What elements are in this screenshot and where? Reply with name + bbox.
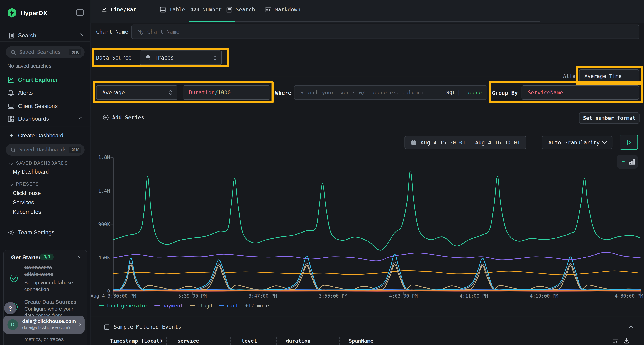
- team-settings-label: Team Settings: [18, 229, 54, 236]
- sample-events-header: Sample Matched Events: [104, 324, 181, 330]
- tab-table[interactable]: Table: [160, 6, 185, 13]
- legend-item[interactable]: cart: [219, 303, 238, 309]
- data-source-label: Data Source: [96, 54, 132, 61]
- field-expression-input[interactable]: Duration / 1000: [183, 85, 270, 100]
- set-number-format-button[interactable]: Set number format: [579, 112, 639, 123]
- legend-more-link[interactable]: +12 more: [245, 303, 269, 309]
- sample-events-title: Sample Matched Events: [114, 324, 181, 330]
- create-dashboard-label: Create Dashboard: [18, 132, 63, 138]
- column-header-service[interactable]: service: [178, 338, 199, 344]
- chart-legend: load-generatorpaymentflagdcart+12 more: [98, 303, 269, 309]
- sidebar-item-dashboards[interactable]: Dashboards: [0, 114, 90, 123]
- where-label: Where: [275, 90, 291, 96]
- sidebar-item-client-sessions[interactable]: Client Sessions: [0, 101, 90, 111]
- get-started-item-desc: metrics, or traces: [24, 336, 80, 343]
- chart-name-input[interactable]: [132, 25, 639, 39]
- shortcut-badge: ⌘K: [69, 49, 82, 55]
- group-by-value: ServiceName: [528, 89, 563, 96]
- legend-dash-icon: [219, 305, 224, 306]
- select-chevrons-icon: [168, 90, 173, 95]
- x-tick-label: 3:55:00 PM: [319, 293, 347, 299]
- collapse-sidebar-icon[interactable]: [76, 9, 84, 16]
- shortcut-badge: ⌘K: [69, 147, 82, 153]
- data-source-select[interactable]: Traces: [140, 50, 222, 65]
- series-series-orange: [114, 271, 641, 275]
- series-series-red: [114, 291, 641, 291]
- line-chart-icon: [101, 6, 107, 13]
- column-header-level[interactable]: level: [242, 338, 257, 344]
- divider: [0, 41, 90, 42]
- sql-mode-toggle[interactable]: SQL: [446, 89, 456, 96]
- legend-item[interactable]: flagd: [190, 303, 212, 309]
- column-header-spanname[interactable]: SpanName: [349, 338, 373, 344]
- group-by-input[interactable]: ServiceName: [522, 85, 639, 100]
- x-tick-label: 4:19:00 PM: [530, 293, 558, 299]
- get-started-item-title[interactable]: Connect to ClickHouse: [24, 264, 78, 278]
- timeseries-chart[interactable]: [92, 154, 644, 298]
- add-series-button[interactable]: Add Series: [103, 115, 144, 121]
- download-icon[interactable]: [624, 338, 630, 344]
- get-started-title: Get Started: [11, 254, 42, 261]
- column-resize-handle[interactable]: [339, 337, 340, 345]
- saved-dashboards-input[interactable]: Saved Dashboards ⌘K: [6, 144, 84, 156]
- sidebar-item-services[interactable]: Services: [13, 200, 34, 206]
- sidebar-item-alerts[interactable]: Alerts: [0, 88, 90, 98]
- where-input[interactable]: SQL | Lucene: [294, 85, 487, 100]
- aggregation-select[interactable]: Average: [96, 85, 178, 100]
- sidebar-chart-explorer-label: Chart Explorer: [18, 76, 58, 83]
- create-dashboard-button[interactable]: + Create Dashboard: [0, 130, 90, 140]
- chart-name-field[interactable]: [132, 29, 639, 35]
- x-tick-label: 3:47:00 PM: [248, 293, 277, 299]
- saved-searches-input[interactable]: Saved Searches ⌘K: [6, 46, 84, 58]
- tab-number[interactable]: 123 Number: [191, 6, 222, 13]
- operator-token: /: [215, 89, 218, 96]
- tab-underline-track: [189, 21, 540, 22]
- column-header-duration[interactable]: duration: [286, 338, 310, 344]
- list-box-icon: [226, 6, 232, 13]
- user-account-chip[interactable]: D dale@clickhouse.com dale@clickhouse.co…: [3, 316, 84, 334]
- saved-dashboards-placeholder: Saved Dashboards: [19, 147, 67, 153]
- presets-header[interactable]: PRESETS: [10, 181, 39, 186]
- sidebar-item-my-dashboard[interactable]: My Dashboard: [13, 169, 49, 175]
- date-range-button[interactable]: Aug 4 15:30:01 - Aug 4 16:30:01: [404, 136, 526, 149]
- run-query-button[interactable]: [620, 135, 638, 150]
- user-email: dale@clickhouse.com: [22, 319, 76, 324]
- sidebar-item-chart-explorer[interactable]: Chart Explorer: [0, 75, 90, 84]
- lucene-mode-toggle[interactable]: Lucene: [463, 89, 482, 96]
- no-saved-searches-text: No saved searches: [7, 63, 51, 69]
- legend-item[interactable]: payment: [154, 303, 183, 309]
- tab-markdown[interactable]: Markdown: [265, 6, 300, 13]
- saved-dashboards-header[interactable]: SAVED DASHBOARDS: [10, 161, 68, 166]
- magnifier-icon: [11, 49, 16, 55]
- gear-icon: [7, 229, 14, 236]
- chevron-up-icon[interactable]: [76, 256, 80, 260]
- chevron-right-icon: [77, 323, 81, 327]
- get-started-item-title[interactable]: Create Data Sources: [24, 298, 84, 305]
- y-tick-label: 450K: [90, 255, 110, 261]
- column-resize-handle[interactable]: [230, 337, 231, 345]
- column-resize-handle[interactable]: [166, 337, 167, 345]
- chart-type-tabbar: Line/Bar Table 123 Number Search Markdow…: [90, 0, 644, 22]
- sidebar-item-clickhouse[interactable]: ClickHouse: [13, 190, 41, 196]
- column-resize-handle[interactable]: [276, 337, 277, 345]
- divider: [0, 126, 90, 126]
- legend-dash-icon: [98, 305, 104, 306]
- series-load-generator: [114, 171, 641, 250]
- legend-label: cart: [227, 303, 238, 309]
- section-divider: [90, 316, 644, 317]
- sidebar-client-sessions-label: Client Sessions: [18, 103, 58, 109]
- alias-input[interactable]: Average Time: [579, 69, 639, 82]
- chart-name-label: Chart Name: [96, 29, 128, 35]
- column-header-timestamp-local-[interactable]: Timestamp (Local): [110, 338, 162, 344]
- sidebar-item-team-settings[interactable]: Team Settings: [0, 227, 90, 237]
- sidebar-search-label: Search: [18, 32, 36, 39]
- collapse-events-icon[interactable]: [629, 326, 633, 330]
- help-button[interactable]: ?: [4, 302, 16, 315]
- tab-line-bar[interactable]: Line/Bar: [101, 6, 136, 13]
- granularity-select[interactable]: Auto Granularity: [542, 136, 612, 149]
- tab-search[interactable]: Search: [226, 6, 255, 13]
- legend-item[interactable]: load-generator: [98, 303, 148, 309]
- sidebar-section-search[interactable]: Search: [0, 30, 90, 40]
- sidebar-item-kubernetes[interactable]: Kubernetes: [13, 209, 41, 215]
- wrap-lines-icon[interactable]: [612, 338, 618, 344]
